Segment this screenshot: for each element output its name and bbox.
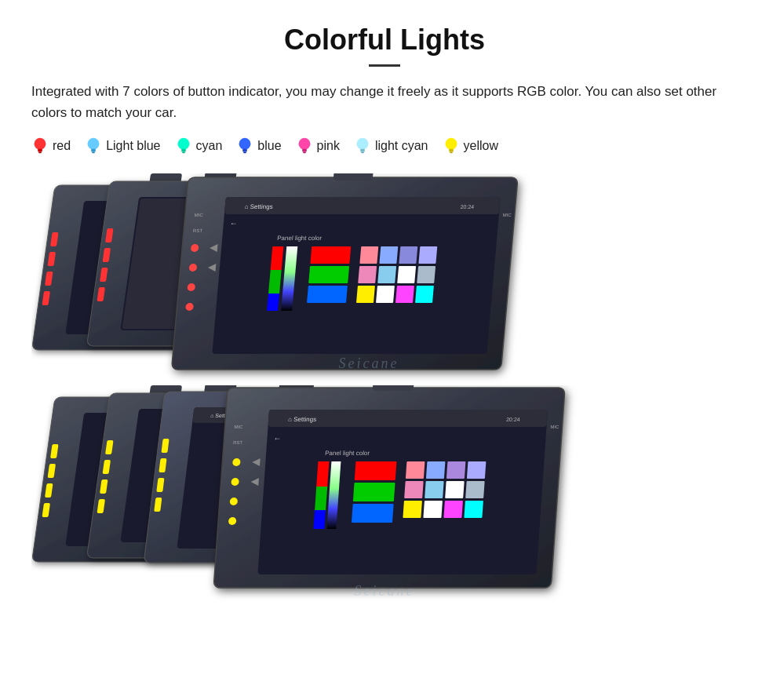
svg-rect-132 bbox=[425, 481, 444, 498]
svg-rect-72 bbox=[395, 286, 414, 303]
svg-rect-136 bbox=[423, 501, 443, 518]
svg-point-18 bbox=[445, 138, 457, 150]
bottom-device-row: ⌂ Settings 20:24 MIC RST ⌂ Settings bbox=[31, 385, 738, 597]
bulb-icon-blue bbox=[236, 136, 253, 156]
svg-point-9 bbox=[239, 138, 251, 150]
svg-rect-127 bbox=[406, 461, 425, 479]
bulb-icon-lightcyan bbox=[354, 136, 371, 156]
bulb-icon-lightblue bbox=[85, 136, 102, 156]
svg-rect-55 bbox=[271, 246, 284, 270]
color-label-pink: pink bbox=[317, 139, 340, 153]
svg-rect-13 bbox=[302, 149, 307, 152]
bottom-devices-svg: ⌂ Settings 20:24 MIC RST ⌂ Settings bbox=[31, 385, 738, 613]
svg-rect-71 bbox=[376, 286, 395, 303]
svg-rect-70 bbox=[356, 286, 375, 303]
svg-rect-66 bbox=[358, 266, 377, 283]
color-item-red: red bbox=[31, 136, 71, 156]
top-devices-svg: MIC RST ⌂ Settings 20:24 ← Pan bbox=[31, 173, 738, 385]
color-label-red: red bbox=[53, 139, 71, 153]
svg-point-12 bbox=[298, 138, 310, 150]
svg-text:MIC: MIC bbox=[234, 425, 243, 429]
svg-text:RST: RST bbox=[193, 228, 203, 233]
svg-rect-17 bbox=[361, 152, 364, 154]
svg-rect-122 bbox=[313, 510, 326, 529]
page-container: Colorful Lights Integrated with 7 colors… bbox=[0, 0, 769, 613]
svg-text:MIC: MIC bbox=[195, 213, 204, 217]
description-text: Integrated with 7 colors of button indic… bbox=[31, 81, 738, 123]
svg-rect-73 bbox=[415, 286, 434, 303]
color-item-blue: blue bbox=[236, 136, 281, 156]
svg-rect-8 bbox=[182, 152, 185, 154]
svg-rect-62 bbox=[359, 246, 378, 264]
svg-rect-61 bbox=[307, 286, 348, 303]
svg-rect-129 bbox=[446, 461, 466, 479]
color-label-cyan: cyan bbox=[196, 139, 223, 153]
svg-rect-133 bbox=[445, 481, 465, 498]
svg-text:⌂  Settings: ⌂ Settings bbox=[288, 416, 317, 423]
svg-rect-135 bbox=[403, 501, 422, 518]
svg-text:Panel light color: Panel light color bbox=[277, 235, 323, 242]
svg-rect-63 bbox=[379, 246, 398, 264]
svg-rect-67 bbox=[377, 266, 396, 283]
color-item-lightcyan: light cyan bbox=[354, 136, 428, 156]
bulb-icon-red bbox=[31, 136, 49, 156]
svg-point-3 bbox=[88, 138, 100, 150]
svg-rect-2 bbox=[38, 152, 42, 154]
page-title: Colorful Lights bbox=[31, 24, 738, 57]
svg-rect-105 bbox=[373, 385, 415, 391]
color-item-pink: pink bbox=[296, 136, 340, 156]
svg-text:20:24: 20:24 bbox=[506, 417, 520, 422]
svg-rect-19 bbox=[449, 149, 454, 152]
svg-rect-56 bbox=[268, 270, 282, 293]
color-indicators: red Light blue cyan bbox=[31, 136, 738, 156]
svg-text:⌂  Settings: ⌂ Settings bbox=[244, 203, 273, 210]
svg-rect-5 bbox=[92, 152, 95, 154]
svg-rect-131 bbox=[404, 481, 424, 498]
svg-text:RST: RST bbox=[233, 440, 243, 445]
svg-rect-114 bbox=[257, 410, 548, 574]
color-item-yellow: yellow bbox=[443, 136, 498, 156]
color-label-yellow: yellow bbox=[464, 139, 498, 153]
bulb-icon-pink bbox=[296, 136, 313, 156]
svg-rect-60 bbox=[308, 266, 349, 283]
svg-text:Seicane: Seicane bbox=[339, 355, 399, 371]
svg-rect-121 bbox=[315, 487, 327, 510]
svg-rect-49 bbox=[212, 197, 500, 354]
svg-rect-57 bbox=[267, 293, 279, 311]
top-device-row: MIC RST ⌂ Settings 20:24 ← Pan bbox=[31, 173, 738, 385]
bulb-icon-yellow bbox=[443, 136, 460, 156]
svg-rect-14 bbox=[303, 152, 306, 154]
svg-rect-7 bbox=[181, 149, 186, 152]
svg-point-0 bbox=[35, 138, 46, 150]
color-label-lightcyan: light cyan bbox=[375, 139, 428, 153]
color-item-lightblue: Light blue bbox=[85, 136, 160, 156]
svg-text:MIC: MIC bbox=[550, 425, 559, 429]
svg-rect-68 bbox=[397, 266, 416, 283]
svg-text:←: ← bbox=[229, 219, 238, 228]
svg-rect-10 bbox=[243, 149, 248, 152]
svg-point-6 bbox=[177, 138, 189, 150]
svg-point-15 bbox=[356, 138, 368, 150]
color-label-blue: blue bbox=[257, 139, 281, 153]
color-item-cyan: cyan bbox=[175, 136, 223, 156]
svg-rect-4 bbox=[91, 149, 96, 152]
title-divider bbox=[369, 64, 400, 67]
svg-rect-59 bbox=[310, 246, 351, 264]
svg-rect-138 bbox=[464, 501, 483, 518]
svg-rect-126 bbox=[352, 504, 394, 523]
svg-rect-124 bbox=[355, 461, 397, 480]
svg-rect-20 bbox=[450, 152, 453, 154]
svg-text:←: ← bbox=[273, 434, 282, 443]
svg-rect-130 bbox=[467, 461, 487, 479]
svg-rect-137 bbox=[443, 501, 463, 518]
svg-rect-134 bbox=[465, 481, 485, 498]
svg-rect-65 bbox=[418, 246, 437, 264]
svg-rect-125 bbox=[353, 483, 395, 501]
svg-rect-16 bbox=[360, 149, 365, 152]
svg-rect-128 bbox=[426, 461, 446, 479]
svg-rect-120 bbox=[316, 461, 329, 487]
svg-rect-64 bbox=[399, 246, 417, 264]
svg-rect-11 bbox=[243, 152, 246, 154]
svg-text:20:24: 20:24 bbox=[460, 204, 474, 210]
svg-rect-40 bbox=[333, 173, 374, 180]
